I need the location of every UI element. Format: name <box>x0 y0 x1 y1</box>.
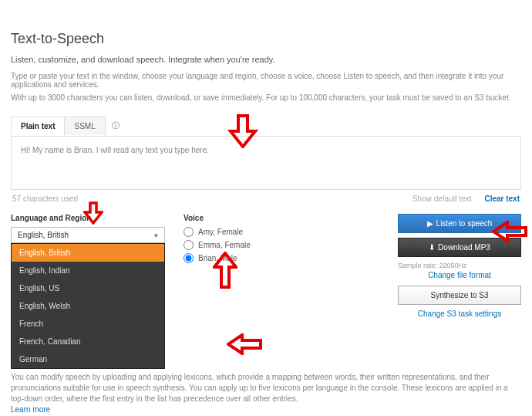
language-option[interactable]: German <box>12 350 164 368</box>
clear-text-link[interactable]: Clear text <box>484 194 520 203</box>
tab-plain-text[interactable]: Plain text <box>12 117 65 136</box>
tab-ssml[interactable]: SSML <box>65 117 104 135</box>
text-input[interactable]: Hi! My name is Brian. I will read any te… <box>11 136 521 190</box>
voice-option-label: Amy, Female <box>198 228 243 236</box>
sample-rate-label: Sample rate: 22050Hz <box>398 262 521 269</box>
voice-option[interactable]: Amy, Female <box>184 227 379 237</box>
page-subtitle: Listen, customize, and download speech. … <box>11 55 521 64</box>
language-option[interactable]: English, Indian <box>12 262 164 279</box>
help-icon[interactable]: ⓘ <box>106 116 126 136</box>
page-desc-2: With up to 3000 characters you can liste… <box>11 93 521 102</box>
language-option[interactable]: English, Welsh <box>12 297 164 315</box>
language-region-select[interactable]: English, British <box>11 227 165 243</box>
download-mp3-button[interactable]: ⬇Download MP3 <box>398 238 521 257</box>
synthesize-to-s3-button[interactable]: Synthesize to S3 <box>398 286 521 305</box>
play-icon: ▶ <box>427 219 433 228</box>
voice-option-label: Brian, Male <box>198 254 237 262</box>
language-option[interactable]: English, US <box>12 279 164 297</box>
language-option[interactable]: French, Canadian <box>12 333 164 350</box>
input-tabs: Plain text SSML <box>11 117 106 135</box>
voice-option[interactable]: Brian, Male <box>184 253 379 263</box>
language-option[interactable]: English, British <box>12 244 164 262</box>
learn-more-link[interactable]: Learn more <box>11 405 50 414</box>
show-default-text-link[interactable]: Show default text <box>412 194 472 203</box>
lexicon-description: You can modify speech by uploading and a… <box>11 372 521 415</box>
voice-radio[interactable] <box>184 253 194 263</box>
voice-radio[interactable] <box>184 240 194 250</box>
page-desc-1: Type or paste your text in the window, c… <box>11 72 521 89</box>
change-file-format-link[interactable]: Change file format <box>398 271 521 279</box>
download-icon: ⬇ <box>429 243 435 252</box>
page-title: Text-to-Speech <box>11 31 521 47</box>
voice-option-label: Emma, Female <box>198 241 251 249</box>
voice-label: Voice <box>184 214 379 222</box>
language-option[interactable]: French <box>12 315 164 333</box>
voice-radio[interactable] <box>184 227 194 237</box>
voice-option[interactable]: Emma, Female <box>184 240 379 250</box>
language-region-dropdown: English, British English, Indian English… <box>11 243 165 369</box>
language-region-label: Language and Region <box>11 214 165 222</box>
character-count: 57 characters used <box>12 194 78 203</box>
listen-to-speech-button[interactable]: ▶Listen to speech <box>398 214 521 233</box>
change-s3-settings-link[interactable]: Change S3 task settings <box>398 309 521 318</box>
